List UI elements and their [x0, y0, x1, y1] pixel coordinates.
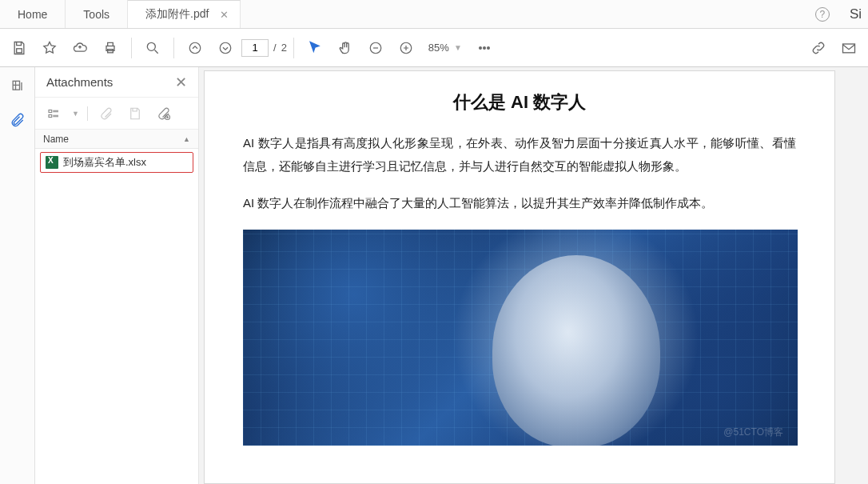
save-button[interactable] — [5, 34, 34, 62]
tab-bar: Home Tools 添加附件.pdf ✕ ? Si — [0, 0, 868, 29]
svg-point-5 — [220, 42, 231, 54]
cloud-button[interactable] — [66, 34, 94, 62]
page-sep: / — [273, 42, 277, 54]
more-tools-button[interactable] — [470, 34, 499, 62]
attachment-item[interactable]: 到场嘉宾名单.xlsx — [40, 152, 193, 173]
tab-tools[interactable]: Tools — [66, 0, 128, 28]
search-button[interactable] — [138, 34, 167, 62]
attachments-rail-button[interactable] — [8, 110, 27, 130]
excel-icon — [46, 156, 58, 169]
email-button[interactable] — [834, 34, 863, 62]
watermark: @51CTO博客 — [723, 426, 783, 439]
attachment-filename: 到场嘉宾名单.xlsx — [63, 155, 146, 170]
share-link-button[interactable] — [804, 34, 833, 62]
page-input[interactable] — [241, 39, 269, 57]
tab-home[interactable]: Home — [0, 0, 66, 28]
svg-point-4 — [189, 42, 201, 54]
add-attachment-button[interactable] — [153, 103, 174, 124]
workspace: Attachments ✕ ▼ Name ▲ 到场嘉宾名单.xlsx 什么是 A… — [0, 67, 868, 484]
document-image: @51CTO博客 — [243, 230, 798, 446]
document-viewport[interactable]: 什么是 AI 数字人 AI 数字人是指具有高度拟人化形象呈现，在外表、动作及智力… — [199, 67, 868, 484]
svg-point-9 — [483, 46, 485, 49]
document-paragraph: AI 数字人在制作流程中融合了大量的人工智能算法，以提升其生产效率并降低制作成本… — [243, 192, 796, 215]
thumbnails-rail-button[interactable] — [8, 77, 27, 96]
zoom-in-button[interactable] — [392, 34, 420, 62]
panel-toolbar: ▼ — [35, 98, 198, 130]
panel-close-button[interactable]: ✕ — [175, 74, 187, 91]
panel-title: Attachments — [46, 75, 113, 89]
svg-point-3 — [147, 42, 155, 50]
document-title: 什么是 AI 数字人 — [205, 90, 834, 114]
sort-icon: ▲ — [183, 135, 190, 143]
panel-column-header[interactable]: Name ▲ — [35, 130, 198, 149]
save-attachment-button[interactable] — [125, 103, 145, 124]
select-tool-button[interactable] — [301, 34, 329, 62]
tab-document[interactable]: 添加附件.pdf ✕ — [128, 0, 241, 28]
svg-point-8 — [479, 46, 481, 49]
signin-fragment[interactable]: Si — [838, 0, 868, 28]
close-tab-icon[interactable]: ✕ — [220, 9, 229, 21]
attachments-list: 到场嘉宾名单.xlsx — [35, 149, 198, 484]
help-icon: ? — [815, 7, 830, 22]
svg-point-10 — [487, 46, 489, 49]
svg-rect-14 — [49, 114, 52, 117]
attachments-panel: Attachments ✕ ▼ Name ▲ 到场嘉宾名单.xlsx — [35, 67, 199, 484]
help-button[interactable]: ? — [806, 0, 838, 28]
svg-rect-13 — [49, 110, 52, 112]
zoom-value: 85% — [428, 42, 449, 54]
chevron-down-icon: ▼ — [72, 110, 79, 118]
column-name: Name — [43, 134, 69, 145]
hand-tool-button[interactable] — [331, 34, 360, 62]
zoom-select[interactable]: 85% ▼ — [422, 42, 468, 54]
chevron-down-icon: ▼ — [454, 43, 462, 52]
star-button[interactable] — [35, 34, 64, 62]
tab-document-label: 添加附件.pdf — [145, 7, 209, 22]
page-navigator: / 2 — [241, 39, 287, 57]
side-rail — [0, 67, 35, 484]
print-button[interactable] — [96, 34, 125, 62]
page-down-button[interactable] — [211, 34, 240, 62]
zoom-out-button[interactable] — [361, 34, 390, 62]
open-attachment-button[interactable] — [96, 103, 117, 124]
page-total: 2 — [281, 42, 287, 54]
main-toolbar: / 2 85% ▼ — [0, 29, 868, 67]
pdf-page: 什么是 AI 数字人 AI 数字人是指具有高度拟人化形象呈现，在外表、动作及智力… — [204, 70, 835, 484]
svg-rect-11 — [843, 44, 855, 53]
svg-rect-0 — [17, 48, 22, 52]
document-paragraph: AI 数字人是指具有高度拟人化形象呈现，在外表、动作及智力层面十分接近真人水平，… — [243, 132, 796, 178]
panel-options-button[interactable] — [43, 103, 64, 124]
page-up-button[interactable] — [181, 34, 209, 62]
